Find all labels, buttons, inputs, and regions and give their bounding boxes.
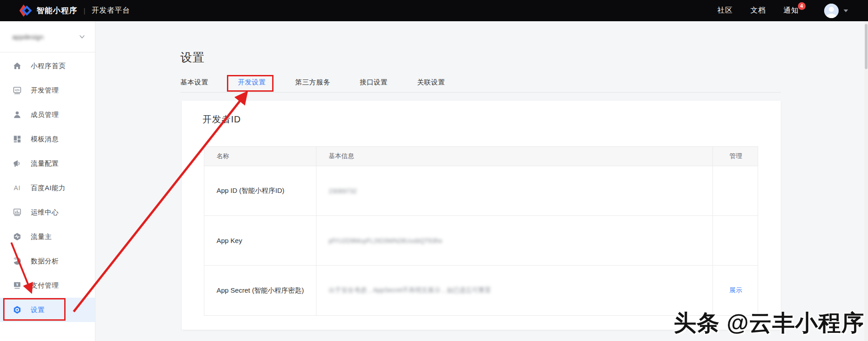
user-menu[interactable] [824,4,848,18]
tab-third-party-services[interactable]: 第三方服务 [295,78,330,87]
tab-api-settings[interactable]: 接口设置 [360,78,388,87]
sidebar-item-label: 运维中心 [31,208,59,217]
page-root: 智能小程序 | 开发者平台 社区 文档 通知 4 [0,0,868,341]
sidebar-item-label: 百度AI能力 [31,184,66,192]
brand[interactable]: 智能小程序 | 开发者平台 [17,3,130,18]
sidebar-item-label: 设置 [31,306,45,314]
top-header: 智能小程序 | 开发者平台 社区 文档 通知 4 [0,0,868,21]
brand-platform-name: 开发者平台 [92,6,130,15]
sidebar-item-traffic-owner[interactable]: 流量主 [0,224,95,249]
template-message-icon [13,135,22,144]
scrollbar-track[interactable] [864,21,868,341]
show-secret-link[interactable]: 展示 [730,286,742,294]
watermark-text: 头条 @云丰小程序 [674,308,864,338]
sidebar: appdesign 小程序首页 </> 开发管理 [0,21,95,341]
app-selector-dropdown[interactable]: appdesign [0,21,95,52]
payment-icon: ¥ [13,281,22,290]
sidebar-item-label: 成员管理 [31,111,59,119]
section-title: 开发者ID [203,113,241,126]
column-header-basic-info: 基本信息 [316,147,713,166]
user-caret-down-icon [844,9,848,12]
chevron-down-icon [79,33,85,41]
column-header-name: 名称 [204,147,316,166]
megaphone-icon [13,159,22,168]
sidebar-item-label: 开发管理 [31,86,59,95]
sidebar-item-home[interactable]: 小程序首页 [0,54,95,78]
nav-docs-link[interactable]: 文档 [750,6,766,15]
table-row-app-id: App ID (智能小程序ID) 23089732 [204,166,758,216]
app-name-masked: appdesign [12,33,43,41]
avatar[interactable] [824,4,839,18]
ops-chart-icon [13,208,22,217]
sidebar-menu: 小程序首页 </> 开发管理 成员管理 模板消息 [0,52,95,322]
developer-id-card: 开发者ID 名称 基本信息 管理 App ID (智能小程序ID) 230897… [182,101,781,330]
member-icon [13,110,22,119]
settings-gear-icon [13,305,22,314]
svg-text:</>: </> [15,88,20,92]
table-header-row: 名称 基本信息 管理 [204,147,758,166]
sidebar-item-data-analysis[interactable]: 数据分析 [0,249,95,273]
sidebar-item-baidu-ai[interactable]: AI 百度AI能力 [0,176,95,200]
sidebar-item-label: 流量配置 [31,159,59,168]
monetize-hexagon-icon [13,232,22,241]
app-id-value-blurred: 23089732 [329,187,357,195]
home-icon [13,61,22,70]
app-key-value-blurred: pfYU2D9MuyFL2tO3WN28UusbQT63hx [329,237,442,244]
developer-id-table: 名称 基本信息 管理 App ID (智能小程序ID) 23089732 App… [204,146,758,316]
top-nav: 社区 文档 通知 4 [717,6,799,15]
scrollbar-thumb[interactable] [865,24,868,69]
table-row-app-key: App Key pfYU2D9MuyFL2tO3WN28UusbQT63hx [204,216,758,266]
notification-count-badge: 4 [798,2,806,10]
row-name-label: App Secret (智能小程序密匙) [217,286,304,295]
code-icon: </> [13,86,22,95]
row-action-empty [713,166,759,215]
sidebar-item-settings[interactable]: 设置 [0,298,95,322]
ai-icon: AI [13,183,22,192]
tab-association-settings[interactable]: 关联设置 [417,78,445,87]
brand-divider: | [84,7,85,14]
page-title: 设置 [180,50,205,65]
nav-notifications-label: 通知 [783,6,799,14]
nav-community-link[interactable]: 社区 [717,6,733,15]
row-name-label: App Key [217,237,242,244]
sidebar-item-payment-management[interactable]: ¥ 支付管理 [0,273,95,298]
sidebar-item-member-management[interactable]: 成员管理 [0,103,95,127]
sidebar-item-template-message[interactable]: 模板消息 [0,127,95,151]
settings-tabs: 基本设置 开发设置 第三方服务 接口设置 关联设置 [180,72,781,93]
sidebar-item-label: 流量主 [31,233,52,241]
column-header-manage: 管理 [713,147,759,166]
row-name-label: App ID (智能小程序ID) [217,187,284,195]
app-secret-value-blurred: 出于安全考虑，AppSecret不再明文展示，如已遗忘可重置 [329,286,491,294]
svg-text:¥: ¥ [16,282,19,287]
sidebar-item-label: 小程序首页 [31,62,66,70]
smartapp-logo-icon [17,3,32,18]
sidebar-item-dev-management[interactable]: </> 开发管理 [0,78,95,103]
nav-notifications-link[interactable]: 通知 4 [783,6,799,15]
tab-dev-settings[interactable]: 开发设置 [238,78,266,87]
row-action-empty [713,216,759,265]
brand-product-name: 智能小程序 [37,5,77,16]
sidebar-item-traffic-config[interactable]: 流量配置 [0,151,95,176]
tab-basic-settings[interactable]: 基本设置 [180,78,208,87]
sidebar-item-ops-center[interactable]: 运维中心 [0,200,95,224]
sidebar-item-label: 数据分析 [31,257,59,266]
pie-chart-icon [13,257,22,266]
sidebar-item-label: 支付管理 [31,281,59,290]
sidebar-item-label: 模板消息 [31,135,59,144]
